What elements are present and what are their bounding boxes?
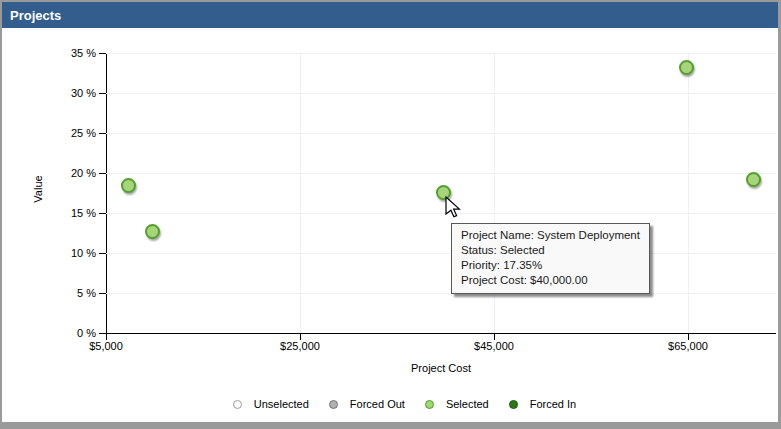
gridline bbox=[688, 53, 689, 333]
y-tick-mark bbox=[99, 253, 106, 254]
y-tick-label: 35 % bbox=[52, 45, 96, 61]
tooltip-project-cost: Project Cost: $40,000.00 bbox=[461, 273, 640, 288]
y-tick-mark bbox=[99, 173, 106, 174]
y-tick-label: 25 % bbox=[52, 125, 96, 141]
datapoint-tooltip: Project Name: System Deployment Status: … bbox=[451, 223, 650, 294]
x-tick-mark bbox=[106, 333, 107, 340]
x-tick-label: $25,000 bbox=[260, 338, 340, 354]
y-tick-mark bbox=[99, 293, 106, 294]
legend-item-selected[interactable]: Selected bbox=[425, 398, 489, 410]
unselected-marker-icon bbox=[233, 400, 242, 409]
x-tick-label: $45,000 bbox=[454, 338, 534, 354]
y-tick-mark bbox=[99, 93, 106, 94]
y-tick-label: 20 % bbox=[52, 165, 96, 181]
legend-item-forced-out[interactable]: Forced Out bbox=[329, 398, 405, 410]
data-point-selected[interactable] bbox=[145, 224, 160, 239]
x-tick-mark bbox=[494, 333, 495, 340]
tooltip-priority: Priority: 17.35% bbox=[461, 258, 640, 273]
gridline bbox=[106, 133, 776, 134]
y-axis-title: Value bbox=[32, 149, 44, 229]
gridline bbox=[106, 53, 776, 54]
legend-label: Unselected bbox=[254, 398, 309, 410]
x-tick-label: $65,000 bbox=[648, 338, 728, 354]
mouse-cursor-icon bbox=[445, 196, 467, 220]
gridline bbox=[106, 173, 776, 174]
gridline bbox=[300, 53, 301, 333]
x-tick-mark bbox=[688, 333, 689, 340]
legend-label: Forced Out bbox=[350, 398, 405, 410]
forced-out-marker-icon bbox=[329, 400, 338, 409]
tooltip-status: Status: Selected bbox=[461, 243, 640, 258]
y-tick-mark bbox=[99, 53, 106, 54]
scatter-chart: $65,000$45,000$25,000$5,00035 %30 %25 %2… bbox=[0, 0, 781, 429]
y-tick-mark bbox=[99, 133, 106, 134]
x-axis-title: Project Cost bbox=[381, 362, 501, 374]
gridline bbox=[106, 93, 776, 94]
legend-item-unselected[interactable]: Unselected bbox=[233, 398, 309, 410]
legend-label: Forced In bbox=[530, 398, 576, 410]
projects-panel: Projects $65,000$45,000$25,000$5,00035 %… bbox=[0, 0, 781, 429]
data-point-selected[interactable] bbox=[746, 172, 761, 187]
y-tick-label: 15 % bbox=[52, 205, 96, 221]
x-tick-mark bbox=[300, 333, 301, 340]
legend-label: Selected bbox=[446, 398, 489, 410]
y-tick-label: 0 % bbox=[52, 325, 96, 341]
gridline bbox=[106, 293, 776, 294]
tooltip-project-name: Project Name: System Deployment bbox=[461, 228, 640, 243]
y-tick-label: 5 % bbox=[52, 285, 96, 301]
legend-item-forced-in[interactable]: Forced In bbox=[509, 398, 576, 410]
gridline bbox=[106, 213, 776, 214]
data-point-selected[interactable] bbox=[121, 178, 136, 193]
selected-marker-icon bbox=[425, 400, 434, 409]
y-tick-label: 10 % bbox=[52, 245, 96, 261]
y-tick-mark bbox=[99, 213, 106, 214]
y-axis-line bbox=[106, 53, 107, 334]
data-point-selected[interactable] bbox=[679, 60, 694, 75]
x-axis-line bbox=[99, 333, 776, 334]
chart-legend: Unselected Forced Out Selected Forced In bbox=[28, 394, 781, 414]
gridline bbox=[106, 253, 776, 254]
forced-in-marker-icon bbox=[509, 400, 518, 409]
y-tick-label: 30 % bbox=[52, 85, 96, 101]
